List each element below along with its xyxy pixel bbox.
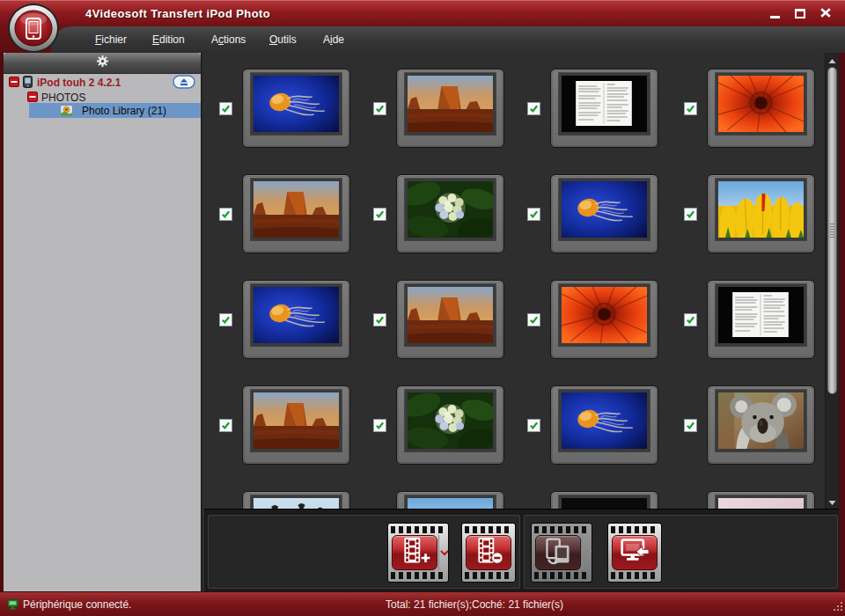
- photo-image-penguins: [251, 495, 342, 509]
- photo-checkbox[interactable]: [373, 419, 386, 432]
- bottom-toolbar: [204, 509, 839, 591]
- dropdown-chevron-icon: [582, 535, 593, 570]
- photo-thumbnail[interactable]: [707, 385, 815, 465]
- photo-image-desert: [405, 284, 496, 346]
- toolbar-panel-add-remove: [208, 515, 520, 589]
- photo-checkbox[interactable]: [373, 208, 386, 221]
- file-summary-text: Total: 21 fichier(s);Coché: 21 fichier(s…: [386, 598, 563, 611]
- gear-icon[interactable]: [96, 55, 109, 71]
- photo-checkbox[interactable]: [373, 313, 386, 326]
- photo-checkbox[interactable]: [527, 208, 540, 221]
- photo-thumbnail[interactable]: [550, 69, 658, 148]
- photo-image-tulips: [716, 179, 806, 240]
- photo-cell: [684, 280, 815, 359]
- device-connected-icon: [7, 599, 18, 612]
- minimize-button[interactable]: [766, 4, 783, 22]
- photo-image-desert: [405, 73, 496, 135]
- export-computer-icon: [619, 536, 650, 569]
- photo-image-pink: [716, 495, 806, 509]
- photo-cell: [373, 69, 504, 148]
- photo-image-red-flower: [559, 284, 650, 346]
- photo-checkbox[interactable]: [527, 313, 540, 326]
- menu-strip: FichierEditionActionsOutilsAide: [51, 26, 845, 53]
- eject-button[interactable]: [173, 75, 195, 92]
- photo-cell: [373, 174, 504, 253]
- menu-outils[interactable]: Outils: [269, 33, 297, 46]
- filmstrip-add-icon: [399, 536, 430, 569]
- sidebar-header: [4, 53, 201, 74]
- photo-thumbnail[interactable]: [550, 491, 658, 509]
- photo-checkbox[interactable]: [684, 419, 697, 432]
- scrollbar-thumb[interactable]: [827, 67, 837, 394]
- maximize-icon: [795, 9, 805, 18]
- photo-image-document: [716, 284, 806, 346]
- photo-thumbnail[interactable]: [396, 491, 504, 509]
- menubar: FichierEditionActionsOutilsAide: [0, 26, 845, 53]
- photo-checkbox[interactable]: [684, 208, 697, 221]
- photo-checkbox[interactable]: [527, 102, 540, 115]
- photo-thumbnail[interactable]: [242, 491, 350, 509]
- photo-thumbnail[interactable]: [707, 491, 815, 509]
- tree-item-device[interactable]: iPod touh 2 4.2.1: [4, 76, 201, 90]
- photo-checkbox[interactable]: [373, 102, 386, 115]
- photo-checkbox[interactable]: [219, 208, 232, 221]
- photo-checkbox[interactable]: [219, 102, 232, 115]
- photo-thumbnail[interactable]: [707, 69, 815, 148]
- photo-thumbnail[interactable]: [242, 174, 350, 253]
- photo-thumbnail[interactable]: [396, 174, 504, 253]
- photo-checkbox[interactable]: [527, 419, 540, 432]
- menu-edition[interactable]: Edition: [152, 33, 185, 46]
- close-button[interactable]: [817, 4, 834, 22]
- photo-checkbox[interactable]: [684, 313, 697, 326]
- dropdown-chevron-icon[interactable]: [438, 535, 450, 570]
- maximize-button[interactable]: [791, 4, 809, 22]
- photo-cell: [373, 385, 504, 465]
- film-perforations: [611, 526, 658, 533]
- tree-item-photo-library[interactable]: Photo Library (21): [29, 103, 201, 118]
- sidebar: iPod touh 2 4.2.1 PHOTOS Photo Library (…: [4, 53, 202, 591]
- photo-thumbnail[interactable]: [242, 280, 350, 359]
- device-transfer-icon: [542, 536, 574, 569]
- photo-cell: [373, 280, 504, 359]
- photo-cell: [684, 491, 815, 509]
- film-perforations: [534, 526, 589, 533]
- photo-thumbnail[interactable]: [242, 385, 350, 465]
- photo-thumbnail[interactable]: [396, 69, 504, 148]
- toolbar-panel-transfer-export: [524, 515, 838, 589]
- photo-thumbnail[interactable]: [550, 174, 658, 253]
- window-controls: [766, 4, 834, 22]
- menu-actions[interactable]: Actions: [211, 33, 246, 46]
- photo-thumbnail[interactable]: [396, 385, 504, 465]
- photo-image-jellyfish: [559, 179, 650, 240]
- export-to-computer-button[interactable]: [607, 523, 662, 583]
- photo-thumbnail[interactable]: [396, 280, 504, 359]
- menu-aide[interactable]: Aide: [323, 33, 344, 46]
- photo-thumbnail[interactable]: [550, 280, 658, 359]
- photo-image-document: [559, 73, 650, 135]
- photo-image-jellyfish: [251, 73, 342, 135]
- photo-checkbox[interactable]: [684, 102, 697, 115]
- remove-photos-button[interactable]: [461, 523, 516, 583]
- photo-thumbnail[interactable]: [242, 69, 350, 148]
- photo-thumbnail[interactable]: [550, 385, 658, 465]
- vertical-scrollbar[interactable]: [825, 53, 839, 509]
- photo-cell: [219, 385, 350, 465]
- photo-checkbox[interactable]: [219, 313, 232, 326]
- titlebar[interactable]: 4Videosoft Transfert iPod Photo: [0, 0, 845, 26]
- photo-cell: [527, 491, 658, 509]
- statusbar: Périphérique connecté. Total: 21 fichier…: [0, 591, 845, 616]
- photo-image-red-flower: [716, 73, 806, 135]
- photo-cell: [219, 280, 350, 359]
- photo-thumbnail[interactable]: [707, 174, 815, 253]
- resize-grip[interactable]: [833, 601, 843, 614]
- add-photos-button[interactable]: [387, 523, 449, 583]
- photo-checkbox[interactable]: [219, 419, 232, 432]
- menu-fichier[interactable]: Fichier: [95, 33, 127, 46]
- scrollbar-grip: [830, 224, 834, 238]
- collapse-minus-icon[interactable]: [9, 77, 19, 90]
- film-perforations: [611, 572, 658, 579]
- photo-library-icon: [60, 105, 73, 119]
- app-logo-icon: [6, 2, 61, 55]
- photo-thumbnail[interactable]: [707, 280, 815, 359]
- photo-cell: [527, 385, 658, 465]
